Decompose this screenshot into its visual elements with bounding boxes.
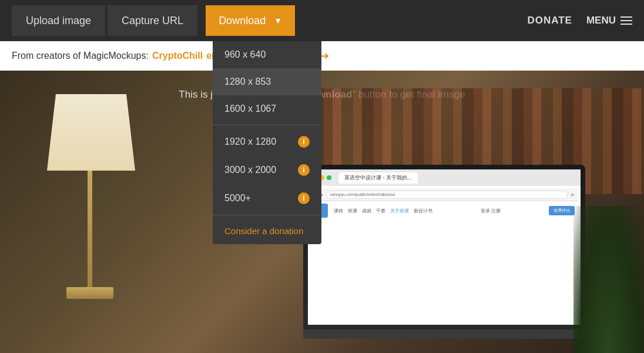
browser-content: ◀ ▶ canopyu.com/public/index#/aboutus ★ …: [308, 186, 581, 325]
info-icon-5000[interactable]: i: [298, 192, 310, 204]
download-label: Download: [219, 15, 266, 27]
menu-button[interactable]: MENU: [586, 15, 632, 26]
download-option-1600[interactable]: 1600 x 1067: [213, 95, 321, 122]
laptop-screen: 英语空中设计课 - 关于我的... ◀ ▶ canopyu.com/public…: [303, 165, 585, 329]
capture-url-button[interactable]: Capture URL: [108, 5, 197, 36]
promo-link[interactable]: CryptoChill: [152, 51, 203, 61]
promo-bar: From creators of MagicMockups: CryptoChi…: [0, 41, 644, 71]
site-content: 课程 班课 成就 千赛 关于班课 新设计书 登录 注册 免费评估: [310, 201, 578, 220]
dropdown-divider-2: [213, 215, 321, 215]
browser-tab: 英语空中设计课 - 关于我的...: [338, 172, 418, 184]
download-option-960[interactable]: 960 x 640: [213, 41, 321, 68]
hamburger-icon: [620, 16, 632, 25]
promo-arrow-icon: ➜: [320, 49, 329, 62]
promo-prefix: From creators of MagicMockups:: [12, 51, 149, 61]
lamp-decoration: [35, 82, 165, 353]
info-icon-1920[interactable]: i: [298, 136, 310, 148]
info-icon-3000[interactable]: i: [298, 164, 310, 176]
maximize-window-icon: [327, 175, 331, 180]
donation-link[interactable]: Consider a donation: [213, 218, 321, 244]
browser-bar: 英语空中设计课 - 关于我的...: [308, 169, 581, 186]
download-option-3000[interactable]: 3000 x 2000 i: [213, 156, 321, 184]
dropdown-divider: [213, 125, 321, 125]
download-button[interactable]: Download ▼: [206, 5, 295, 36]
lamp-base: [88, 171, 92, 288]
background-image: This is just a preview. Click "Download"…: [0, 71, 644, 353]
donate-button[interactable]: DONATE: [527, 15, 572, 26]
download-dropdown: 960 x 640 1280 x 853 1600 x 1067 1920 x …: [213, 41, 321, 244]
download-option-5000[interactable]: 5000+ i: [213, 184, 321, 212]
site-cta-button[interactable]: 免费评估: [549, 206, 575, 215]
laptop-screen-inner: 英语空中设计课 - 关于我的... ◀ ▶ canopyu.com/public…: [308, 169, 581, 325]
image-area: This is just a preview. Click "Download"…: [0, 71, 644, 353]
download-option-1280[interactable]: 1280 x 853: [213, 68, 321, 95]
laptop: 英语空中设计课 - 关于我的... ◀ ▶ canopyu.com/public…: [303, 165, 585, 353]
nav-right: DONATE MENU: [527, 15, 632, 26]
site-nav: 课程 班课 成就 千赛 关于班课 新设计书: [334, 208, 432, 214]
header: Upload image Capture URL Download ▼ DONA…: [0, 0, 644, 41]
browser-url-bar: canopyu.com/public/index#/aboutus: [326, 191, 568, 199]
upload-button[interactable]: Upload image: [12, 5, 105, 36]
browser-nav-bar: ◀ ▶ canopyu.com/public/index#/aboutus ★: [310, 188, 578, 201]
download-option-1920[interactable]: 1920 x 1280 i: [213, 128, 321, 156]
menu-label: MENU: [586, 15, 616, 26]
lamp-shade: [47, 94, 135, 171]
laptop-base: [303, 329, 585, 339]
plant-decoration: [573, 206, 644, 353]
lamp-foot: [66, 287, 113, 299]
dropdown-arrow-icon: ▼: [274, 16, 282, 25]
